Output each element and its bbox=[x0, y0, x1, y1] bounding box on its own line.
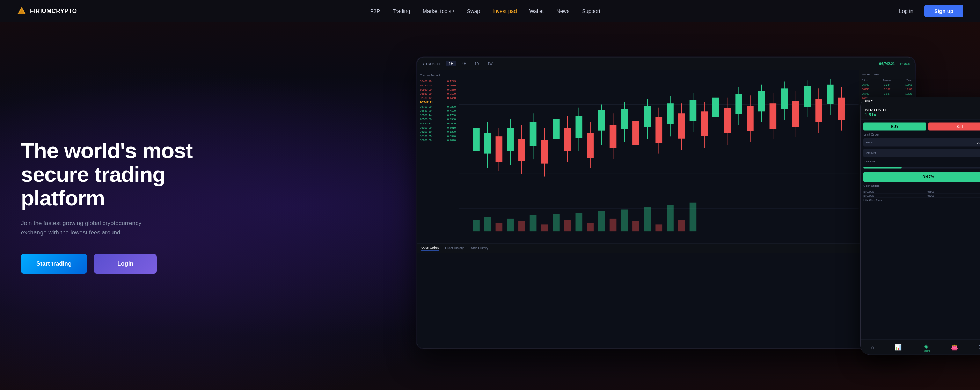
phone-statusbar: 1:51 ♥ ▐▌▊ bbox=[861, 97, 980, 105]
svg-rect-39 bbox=[655, 118, 663, 143]
phone-price-value: 0.12008 bbox=[977, 141, 980, 144]
nav-wallet[interactable]: Wallet bbox=[530, 8, 544, 14]
nav-news[interactable]: News bbox=[556, 8, 570, 14]
tablet-screen: BTC/USDT 1H 4H 1D 1W 96,742.21 +2.34% Pr… bbox=[417, 58, 915, 348]
open-orders-tab[interactable]: Open Orders bbox=[421, 246, 439, 250]
phone-body: BUY Sell Limit Order Price 0.12008 Amoun… bbox=[861, 120, 980, 340]
chart-tab-1h[interactable]: 1H bbox=[446, 61, 456, 67]
navbar: FIRIUMCRYPTO P2P Trading Market tools ▾ … bbox=[0, 0, 980, 22]
nav-support[interactable]: Support bbox=[582, 8, 600, 14]
phone-nav-wallet[interactable]: 👛 bbox=[951, 344, 958, 350]
order-row: 97450.100.1243 bbox=[418, 79, 457, 83]
chart-price-display: 96,742.21 bbox=[880, 62, 895, 66]
phone-buysell: BUY Sell bbox=[863, 123, 980, 131]
svg-rect-87 bbox=[644, 207, 651, 231]
phone-total-label: Total USDT bbox=[863, 159, 980, 164]
svg-rect-15 bbox=[518, 139, 525, 161]
start-trading-button[interactable]: Start trading bbox=[21, 254, 87, 274]
trades-col-headers: PriceAmountTime bbox=[861, 78, 913, 83]
phone-pair-label: BTR / USDT bbox=[865, 108, 886, 112]
phone-slider[interactable] bbox=[863, 167, 980, 169]
svg-rect-73 bbox=[484, 217, 491, 231]
chart-tab-1w[interactable]: 1W bbox=[485, 61, 496, 67]
phone-nav-menu[interactable]: ☰ bbox=[978, 344, 980, 350]
svg-rect-37 bbox=[644, 106, 651, 126]
nav-swap[interactable]: Swap bbox=[467, 8, 480, 14]
signup-button[interactable]: Sign up bbox=[924, 5, 963, 18]
nav-links: P2P Trading Market tools ▾ Swap Invest p… bbox=[370, 8, 600, 14]
phone-amount-input[interactable]: Amount — bbox=[863, 149, 980, 157]
svg-rect-9 bbox=[484, 134, 491, 154]
hero-login-button[interactable]: Login bbox=[94, 254, 157, 274]
hero-title: The world's most secure trading platform bbox=[21, 139, 196, 210]
svg-rect-84 bbox=[610, 219, 617, 231]
svg-rect-27 bbox=[587, 134, 594, 158]
svg-rect-57 bbox=[758, 91, 765, 111]
chevron-down-icon: ▾ bbox=[453, 9, 454, 13]
svg-rect-79 bbox=[552, 214, 560, 231]
nav-market-tools[interactable]: Market tools ▾ bbox=[423, 8, 454, 14]
svg-rect-23 bbox=[564, 128, 571, 151]
svg-rect-63 bbox=[792, 101, 799, 127]
logo-icon bbox=[17, 6, 27, 16]
order-row: 96700.000.2200 bbox=[418, 105, 457, 109]
svg-rect-11 bbox=[496, 136, 503, 162]
hero-visual: BTC/USDT 1H 4H 1D 1W 96,742.21 +2.34% Pr… bbox=[386, 41, 980, 372]
chart-tab-1d[interactable]: 1D bbox=[472, 61, 482, 67]
phone-slider-fill bbox=[863, 167, 901, 169]
order-row: 96580.440.1780 bbox=[418, 113, 457, 117]
phone-price-input[interactable]: Price 0.12008 bbox=[863, 138, 980, 147]
phone-nav-trading[interactable]: ◈ Trading bbox=[923, 343, 931, 352]
phone-hide-pairs[interactable]: Hide Other Pairs bbox=[863, 198, 980, 202]
order-row: 96300.000.5010 bbox=[418, 126, 457, 130]
order-row: 96990.000.0830 bbox=[418, 88, 457, 92]
svg-rect-88 bbox=[655, 225, 663, 232]
order-row: 96420.330.0650 bbox=[418, 121, 457, 126]
phone-nav-trading-label: Trading bbox=[923, 349, 931, 352]
logo[interactable]: FIRIUMCRYPTO bbox=[17, 6, 77, 16]
svg-rect-69 bbox=[827, 84, 834, 104]
svg-rect-45 bbox=[690, 100, 697, 121]
svg-rect-59 bbox=[770, 104, 777, 129]
svg-rect-86 bbox=[633, 221, 640, 232]
trade-history-tab[interactable]: Trade History bbox=[469, 247, 488, 250]
phone-buy-button[interactable]: BUY bbox=[863, 123, 926, 131]
phone-amount-label: Amount bbox=[866, 151, 876, 154]
svg-rect-90 bbox=[678, 220, 685, 232]
svg-rect-53 bbox=[735, 94, 743, 114]
order-history-tab[interactable]: Order History bbox=[445, 247, 464, 250]
phone-long-button[interactable]: LON 7% bbox=[863, 172, 980, 182]
login-button[interactable]: Log in bbox=[893, 5, 919, 17]
phone-pair-row: BTR / USDT ⚙ bbox=[865, 108, 980, 112]
svg-rect-82 bbox=[587, 223, 594, 232]
orderbook-header: Price — Amount bbox=[418, 73, 457, 78]
trade-row: 967400.08712:39 bbox=[861, 92, 913, 96]
phone-nav-chart[interactable]: 📊 bbox=[895, 344, 902, 350]
phone-price-label: Price bbox=[866, 141, 872, 144]
svg-rect-29 bbox=[598, 110, 605, 131]
order-row: 96650.800.4100 bbox=[418, 109, 457, 113]
nav-p2p[interactable]: P2P bbox=[370, 8, 380, 14]
nav-invest-pad[interactable]: Invest pad bbox=[493, 8, 517, 14]
chart-tab-4h[interactable]: 4H bbox=[459, 61, 469, 67]
svg-rect-78 bbox=[541, 225, 548, 232]
svg-rect-21 bbox=[552, 119, 560, 139]
tablet-mockup: BTC/USDT 1H 4H 1D 1W 96,742.21 +2.34% Pr… bbox=[417, 57, 915, 349]
svg-rect-41 bbox=[667, 104, 674, 124]
phone-order-row: BTC/USDT965000.05 bbox=[863, 190, 980, 194]
svg-rect-17 bbox=[530, 122, 537, 146]
svg-rect-55 bbox=[747, 106, 754, 131]
order-row: 97120.550.2010 bbox=[418, 83, 457, 88]
svg-rect-76 bbox=[518, 221, 525, 232]
hero-content: The world's most secure trading platform… bbox=[0, 139, 216, 274]
svg-rect-49 bbox=[713, 98, 719, 118]
phone-price-row: 1.51v bbox=[865, 112, 980, 118]
phone-nav-home[interactable]: ⌂ bbox=[871, 344, 875, 350]
svg-rect-81 bbox=[576, 213, 582, 232]
hero-subtitle: Join the fastest growing global cryptocu… bbox=[21, 218, 168, 237]
phone-sell-button[interactable]: Sell bbox=[928, 123, 980, 131]
nav-trading[interactable]: Trading bbox=[393, 8, 410, 14]
svg-rect-51 bbox=[724, 108, 731, 134]
phone-screen: 1:51 ♥ ▐▌▊ BTR / USDT ⚙ 1.51v bbox=[861, 97, 980, 355]
orderbook-left: Price — Amount 97450.100.1243 97120.550.… bbox=[417, 70, 459, 243]
